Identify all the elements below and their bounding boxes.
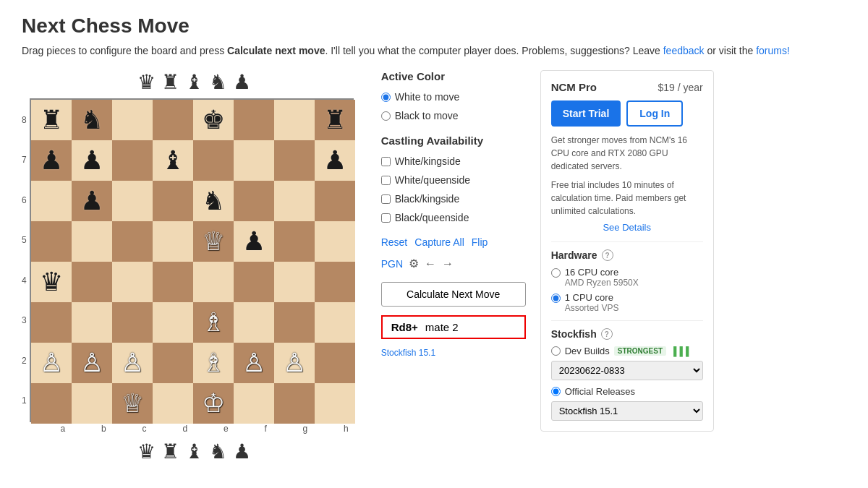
castling-white-queenside[interactable]: White/queenside xyxy=(381,174,526,186)
cell-b5[interactable] xyxy=(72,221,112,262)
cell-b1[interactable] xyxy=(72,383,112,424)
cell-f5[interactable]: ♟ xyxy=(234,221,274,262)
cell-h1[interactable] xyxy=(315,383,355,424)
cell-f7[interactable] xyxy=(234,140,274,181)
cell-d1[interactable] xyxy=(153,383,193,424)
castling-white-kingside-checkbox[interactable] xyxy=(381,157,391,166)
arrow-right-icon[interactable]: → xyxy=(442,257,454,270)
hw-option-1cpu[interactable]: 1 CPU core Assorted VPS xyxy=(551,292,703,313)
arrow-left-icon[interactable]: ← xyxy=(425,257,436,270)
black-to-move-radio[interactable] xyxy=(381,111,391,121)
cell-c1[interactable]: ♕ xyxy=(112,383,153,424)
cell-h8[interactable]: ♜ xyxy=(315,100,355,140)
reset-button[interactable]: Reset xyxy=(381,236,408,248)
cell-c5[interactable] xyxy=(112,221,153,262)
cell-a3[interactable] xyxy=(31,302,72,343)
cell-a2[interactable]: ♙ xyxy=(31,343,72,383)
tray-bottom-queen[interactable]: ♛ xyxy=(137,440,156,463)
white-to-move-radio[interactable] xyxy=(381,93,391,102)
cell-a6[interactable] xyxy=(31,181,72,221)
pgn-label[interactable]: PGN xyxy=(381,258,403,270)
tray-bottom-knight[interactable]: ♞ xyxy=(209,440,227,463)
cell-a8[interactable]: ♜ xyxy=(31,100,72,140)
log-in-button[interactable]: Log In xyxy=(626,100,683,127)
stockfish-help-icon[interactable]: ? xyxy=(601,328,613,340)
cell-a7[interactable]: ♟ xyxy=(31,140,72,181)
hw-1cpu-radio[interactable] xyxy=(551,294,561,303)
castling-white-kingside[interactable]: White/kingside xyxy=(381,155,526,167)
cell-d7[interactable]: ♝ xyxy=(153,140,193,181)
tray-bishop[interactable]: ♝ xyxy=(185,70,203,94)
tray-pawn[interactable]: ♟ xyxy=(233,70,251,94)
cell-e5[interactable]: ♕ xyxy=(193,221,234,262)
cell-g7[interactable] xyxy=(274,140,315,181)
cell-e4[interactable] xyxy=(193,262,234,302)
cell-g5[interactable] xyxy=(274,221,315,262)
castling-black-kingside-checkbox[interactable] xyxy=(381,194,391,204)
cell-c4[interactable] xyxy=(112,262,153,302)
official-releases-radio[interactable] xyxy=(551,387,561,396)
cell-e1[interactable]: ♔ xyxy=(193,383,234,424)
cell-g8[interactable] xyxy=(274,100,315,140)
cell-d6[interactable] xyxy=(153,181,193,221)
cell-f4[interactable] xyxy=(234,262,274,302)
hw-option-16cpu[interactable]: 16 CPU core AMD Ryzen 5950X xyxy=(551,267,703,288)
cell-b8[interactable]: ♞ xyxy=(72,100,112,140)
cell-b4[interactable] xyxy=(72,262,112,302)
cell-g2[interactable]: ♙ xyxy=(274,343,315,383)
piece-tray-bottom[interactable]: ♛ ♜ ♝ ♞ ♟ xyxy=(137,440,251,463)
piece-tray-top[interactable]: ♛ ♜ ♝ ♞ ♟ xyxy=(137,70,251,94)
cell-h4[interactable] xyxy=(315,262,355,302)
black-to-move-row[interactable]: Black to move xyxy=(381,110,526,121)
cell-b7[interactable]: ♟ xyxy=(72,140,112,181)
hw-16cpu-radio[interactable] xyxy=(551,268,561,278)
cell-e3[interactable]: ♗ xyxy=(193,302,234,343)
cell-b2[interactable]: ♙ xyxy=(72,343,112,383)
dev-builds-radio[interactable] xyxy=(551,346,561,356)
cell-g3[interactable] xyxy=(274,302,315,343)
cell-d8[interactable] xyxy=(153,100,193,140)
cell-e8[interactable]: ♚ xyxy=(193,100,234,140)
cell-f3[interactable] xyxy=(234,302,274,343)
cell-b3[interactable] xyxy=(72,302,112,343)
dev-version-select[interactable]: 20230622-0833 xyxy=(551,361,703,380)
cell-g1[interactable] xyxy=(274,383,315,424)
castling-black-queenside[interactable]: Black/queenside xyxy=(381,212,526,223)
cell-d3[interactable] xyxy=(153,302,193,343)
cell-h6[interactable] xyxy=(315,181,355,221)
tray-bottom-bishop[interactable]: ♝ xyxy=(185,440,203,463)
tray-bottom-pawn[interactable]: ♟ xyxy=(233,440,251,463)
cell-h2[interactable] xyxy=(315,343,355,383)
cell-f8[interactable] xyxy=(234,100,274,140)
tray-bottom-rook[interactable]: ♜ xyxy=(161,440,179,463)
cell-h7[interactable]: ♟ xyxy=(315,140,355,181)
tray-knight[interactable]: ♞ xyxy=(209,70,227,94)
cell-c8[interactable] xyxy=(112,100,153,140)
start-trial-button[interactable]: Start Trial xyxy=(551,100,621,127)
cell-d2[interactable] xyxy=(153,343,193,383)
tray-queen[interactable]: ♛ xyxy=(137,70,156,94)
tray-rook[interactable]: ♜ xyxy=(161,70,179,94)
flip-button[interactable]: Flip xyxy=(472,236,488,248)
castling-white-queenside-checkbox[interactable] xyxy=(381,176,391,185)
cell-a4[interactable]: ♛ xyxy=(31,262,72,302)
calculate-next-move-button[interactable]: Calculate Next Move xyxy=(381,282,526,307)
castling-black-kingside[interactable]: Black/kingside xyxy=(381,193,526,205)
cell-a5[interactable] xyxy=(31,221,72,262)
cell-c3[interactable] xyxy=(112,302,153,343)
cell-d5[interactable] xyxy=(153,221,193,262)
cell-g6[interactable] xyxy=(274,181,315,221)
white-to-move-row[interactable]: White to move xyxy=(381,91,526,103)
cell-f1[interactable] xyxy=(234,383,274,424)
cell-h5[interactable] xyxy=(315,221,355,262)
cell-d4[interactable] xyxy=(153,262,193,302)
castling-black-queenside-checkbox[interactable] xyxy=(381,213,391,223)
cell-a1[interactable] xyxy=(31,383,72,424)
cell-h3[interactable] xyxy=(315,302,355,343)
cell-f6[interactable] xyxy=(234,181,274,221)
forums-link[interactable]: forums! xyxy=(756,45,790,56)
capture-all-button[interactable]: Capture All xyxy=(414,236,464,248)
cell-b6[interactable]: ♟ xyxy=(72,181,112,221)
cell-g4[interactable] xyxy=(274,262,315,302)
cell-e2[interactable]: ♗ xyxy=(193,343,234,383)
